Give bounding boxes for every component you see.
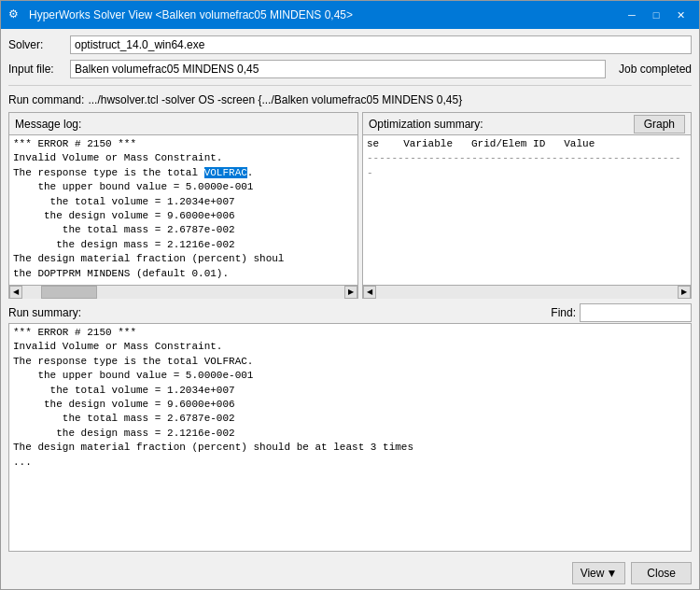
run-summary-title: Run summary: [8, 306, 81, 319]
run-summary-line4: the upper bound value = 5.0000e-001 [13, 370, 253, 381]
run-summary-line7: the total mass = 2.6787e-002 [13, 413, 235, 424]
job-status: Job completed [619, 63, 692, 76]
graph-button[interactable]: Graph [634, 115, 685, 133]
view-dropdown-icon: ▼ [606, 567, 617, 580]
run-summary-section: Run summary: Find: *** ERROR # 2150 *** … [8, 302, 692, 552]
opt-hscroll-track[interactable] [376, 286, 678, 299]
message-log-line4: the upper bound value = 5.0000e-001 [13, 181, 253, 192]
message-log-content[interactable]: *** ERROR # 2150 *** Invalid Volume or M… [9, 135, 357, 285]
maximize-button[interactable]: □ [645, 5, 667, 25]
message-log-line9: The design material fraction (percent) s… [13, 253, 284, 264]
message-log-line5: the total volume = 1.2034e+007 [13, 196, 235, 207]
content-area: Solver: Input file: Job completed Run co… [1, 29, 699, 557]
solver-input[interactable] [70, 35, 692, 54]
run-summary-line8: the design mass = 2.1216e-002 [13, 428, 235, 439]
view-button[interactable]: View ▼ [572, 562, 626, 584]
find-input[interactable] [580, 303, 692, 322]
run-command-row: Run command: .../hwsolver.tcl -solver OS… [8, 91, 692, 108]
col-grid-elem-id: Grid/Elem ID [471, 137, 545, 151]
opt-hscroll-right-btn[interactable]: ▶ [678, 286, 691, 299]
app-icon: ⚙ [8, 7, 23, 22]
find-label: Find: [551, 306, 576, 319]
col-variable: Variable [403, 137, 453, 151]
run-command-value: .../hwsolver.tcl -solver OS -screen {...… [88, 93, 692, 106]
minimize-button[interactable]: ─ [621, 5, 643, 25]
run-summary-line2: Invalid Volume or Mass Constraint. [13, 341, 222, 352]
message-log-hscrollbar[interactable]: ◀ ▶ [9, 285, 357, 298]
input-file-input[interactable] [70, 60, 606, 78]
run-command-label: Run command: [8, 93, 84, 106]
table-header-row: se Variable Grid/Elem ID Value [367, 137, 687, 151]
solver-row: Solver: [8, 35, 692, 55]
message-log-panel: Message log: *** ERROR # 2150 *** Invali… [8, 112, 358, 299]
opt-hscroll-left-btn[interactable]: ◀ [363, 286, 376, 299]
title-bar-left: ⚙ HyperWorks Solver View <Balken volumef… [8, 7, 353, 22]
run-summary-line3: The response type is the total VOLFRAC. [13, 356, 253, 367]
run-summary-line6: the design volume = 9.6000e+006 [13, 399, 235, 410]
run-summary-line9: The design material fraction (percent) s… [13, 442, 413, 453]
find-row: Find: [551, 303, 692, 322]
main-window: ⚙ HyperWorks Solver View <Balken volumef… [0, 0, 700, 590]
opt-summary-hscrollbar[interactable]: ◀ ▶ [363, 285, 691, 298]
title-controls: ─ □ ✕ [621, 5, 692, 25]
table-divider: ----------------------------------------… [367, 151, 687, 180]
optimization-summary-header: Optimization summary: Graph [363, 113, 691, 135]
middle-section: Message log: *** ERROR # 2150 *** Invali… [8, 112, 692, 299]
run-summary-line10: ... [13, 457, 32, 468]
hscroll-left-btn[interactable]: ◀ [9, 286, 22, 299]
optimization-summary-panel: Optimization summary: Graph se Variable … [362, 112, 692, 299]
hscroll-right-btn[interactable]: ▶ [344, 286, 357, 299]
hscroll-thumb [41, 286, 97, 299]
message-log-line7: the total mass = 2.6787e-002 [13, 224, 235, 235]
bottom-bar: View ▼ Close [1, 557, 699, 589]
input-file-label: Input file: [8, 63, 64, 76]
message-log-line8: the design mass = 2.1216e-002 [13, 239, 235, 250]
input-file-row: Input file: Job completed [8, 59, 692, 79]
run-summary-content[interactable]: *** ERROR # 2150 *** Invalid Volume or M… [8, 323, 692, 552]
message-log-title: Message log: [15, 118, 81, 131]
run-summary-header: Run summary: Find: [8, 302, 692, 323]
message-log-line3: The response type is the total VOLFRAC. [13, 167, 253, 178]
message-log-line1: *** ERROR # 2150 *** [13, 138, 136, 149]
solver-label: Solver: [8, 38, 64, 51]
run-summary-line5: the total volume = 1.2034e+007 [13, 385, 235, 396]
window-title: HyperWorks Solver View <Balken volumefra… [29, 8, 353, 21]
title-bar: ⚙ HyperWorks Solver View <Balken volumef… [1, 1, 699, 29]
optimization-summary-title: Optimization summary: [369, 118, 483, 131]
col-se: se [367, 137, 379, 151]
view-button-label: View [581, 567, 605, 580]
col-value: Value [564, 137, 595, 151]
run-summary-line1: *** ERROR # 2150 *** [13, 327, 136, 338]
message-log-header: Message log: [9, 113, 357, 135]
close-button[interactable]: Close [631, 562, 692, 584]
message-log-line6: the design volume = 9.6000e+006 [13, 210, 235, 221]
message-log-line10: the DOPTPRM MINDENS (default 0.01). [13, 268, 229, 279]
hscroll-track[interactable] [22, 286, 344, 299]
optimization-summary-content[interactable]: se Variable Grid/Elem ID Value ---------… [363, 135, 691, 285]
separator-1 [8, 85, 692, 86]
volfrac-highlight: VOLFRAC [204, 167, 247, 178]
window-close-button[interactable]: ✕ [669, 5, 692, 25]
message-log-line2: Invalid Volume or Mass Constraint. [13, 152, 222, 163]
